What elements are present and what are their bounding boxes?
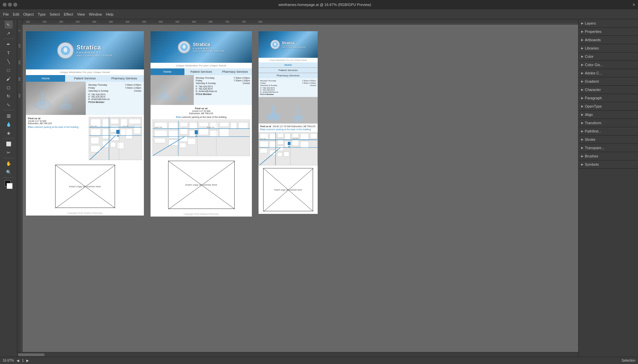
panel-color-guide: ▶ Color Gis... [579, 61, 638, 69]
card2-nav-pharmacy[interactable]: Pharmacy Services [218, 68, 252, 75]
direct-select-tool[interactable]: ↗ [5, 29, 13, 37]
effect-menu[interactable]: Effect [62, 12, 75, 17]
gradient-tool[interactable]: ▥ [5, 112, 13, 120]
bottom-mode: Selection [622, 359, 635, 362]
type-tool[interactable]: T [5, 49, 13, 57]
scrollbar-thumb-h[interactable] [18, 353, 45, 356]
svg-rect-27 [41, 92, 44, 105]
panel-brushes-header[interactable]: ▶ Brushes [579, 152, 638, 160]
panel-align-label: Align [585, 113, 593, 117]
paint-tool[interactable]: 🖌 [5, 75, 13, 83]
select-tool[interactable]: ↖ [5, 21, 13, 29]
svg-text:250: 250 [76, 21, 80, 23]
card1-sub: PHARMACY [76, 51, 112, 54]
panel-character-header[interactable]: ▶ Character [579, 86, 638, 94]
select-menu[interactable]: Select [48, 12, 61, 17]
svg-rect-118 [269, 150, 276, 155]
type-menu[interactable]: Type [36, 12, 48, 17]
card1-location-text: Find us at 10140 117 St NW Edmonton, AB … [28, 117, 87, 128]
zoom-tool[interactable]: 🔍 [5, 168, 13, 176]
card2-license-section: Insert copy of License here [151, 158, 252, 212]
chevron-stroke: ▶ [581, 138, 584, 141]
panel-adobe-c-header[interactable]: ▶ Adobe C... [579, 69, 638, 77]
panel-symbols-header[interactable]: ▶ Symbols [579, 160, 638, 168]
card1-tagline: Unique Medication For your Unique Needs [26, 69, 144, 75]
card3-nav-pharmacy[interactable]: Pharmacy Services [259, 73, 318, 78]
panel-transform-header[interactable]: ▶ Transform [579, 119, 638, 127]
svg-text:Jasper Ave: Jasper Ave [122, 125, 129, 127]
card3-location: Find us at 10140 117 St NW Edmonton, AB … [259, 124, 318, 132]
card1-nav-patient[interactable]: Patient Services [65, 75, 104, 82]
panel-opentype-header[interactable]: ▶ OpenType [579, 102, 638, 110]
view-menu[interactable]: View [75, 12, 87, 17]
line-tool[interactable]: ╲ [5, 57, 13, 65]
panel-layers-header[interactable]: ▶ Layers [579, 19, 638, 27]
card1-nav-home[interactable]: Home [26, 75, 65, 82]
chevron-adobe-c: ▶ [581, 71, 584, 75]
panel-properties-header[interactable]: ▶ Properties [579, 28, 638, 36]
tab-close-icon[interactable]: ✕ [632, 3, 635, 7]
minimize-btn[interactable] [8, 3, 12, 7]
panel-pathfind-header[interactable]: ▶ Pathfind... [579, 127, 638, 135]
chevron-brushes: ▶ [581, 154, 584, 158]
panel-transparency-header[interactable]: ▶ Transpare... [579, 144, 638, 152]
bottom-nav-next[interactable]: ▶ [26, 359, 29, 362]
svg-text:200: 200 [18, 60, 21, 64]
eyedropper-tool[interactable]: 💧 [5, 120, 13, 128]
svg-rect-64 [181, 88, 183, 98]
panel-artboards-header[interactable]: ▶ Artboards [579, 36, 638, 44]
card2-nav-patient[interactable]: Patient Services [184, 68, 218, 75]
card2-license-box: Insert copy of License here [168, 161, 235, 209]
maximize-btn[interactable] [13, 3, 17, 7]
card1-sat-val: Closed [134, 90, 141, 92]
hand-tool[interactable]: ✋ [5, 159, 13, 167]
background-color[interactable] [7, 183, 13, 189]
slice-tool[interactable]: ✂ [5, 148, 13, 156]
panel-color-header[interactable]: ▶ Color [579, 52, 638, 60]
bottom-zoom[interactable]: 16.67% [3, 359, 14, 362]
panel-layers-label: Layers [585, 21, 596, 25]
panel-align-header[interactable]: ▶ Align [579, 111, 638, 119]
svg-rect-37 [91, 137, 99, 144]
card2-pcca: PCCA Member [196, 93, 250, 95]
close-btn[interactable] [3, 3, 7, 7]
eraser-tool[interactable]: ◻ [5, 83, 13, 91]
help-menu[interactable]: Help [104, 12, 115, 17]
scrollbar-horizontal[interactable] [17, 352, 578, 357]
rect-tool[interactable]: □ [5, 66, 13, 74]
file-menu[interactable]: File [1, 12, 11, 17]
object-menu[interactable]: Object [22, 12, 36, 17]
svg-rect-47 [134, 126, 141, 134]
svg-rect-123 [310, 134, 317, 138]
window-menu[interactable]: Window [87, 12, 104, 17]
artboard-tool[interactable]: ⬜ [5, 140, 13, 148]
svg-text:300: 300 [18, 77, 21, 81]
card3-nav-home[interactable]: Home [259, 62, 318, 68]
rotate-tool[interactable]: ↻ [5, 92, 13, 100]
panel-brushes-label: Brushes [585, 154, 598, 158]
card3-map: Jasper Ave Jasper Ave [259, 132, 318, 165]
card2-copyright: Copyright 2018 Stratica Pharmacy [151, 212, 252, 217]
panel-symbols: ▶ Symbols [579, 160, 638, 169]
window-title: wireframes-homepage.ai @ 16.67% (RGB/GPU… [20, 3, 630, 7]
panel-paragraph-header[interactable]: ▶ Paragraph [579, 94, 638, 102]
panel-gradient-header[interactable]: ▶ Gradient [579, 77, 638, 85]
svg-rect-94 [195, 130, 198, 134]
panel-libraries-header[interactable]: ▶ Libraries [579, 44, 638, 52]
card1-nav-pharmacy[interactable]: Pharmacy Services [105, 75, 144, 82]
svg-rect-54 [116, 130, 120, 134]
blend-tool[interactable]: ◈ [5, 129, 13, 137]
svg-rect-84 [169, 140, 178, 145]
scale-tool[interactable]: ⤡ [5, 101, 13, 109]
edit-menu[interactable]: Edit [11, 12, 21, 17]
svg-point-63 [177, 95, 187, 102]
pen-tool[interactable]: ✒ [5, 40, 13, 48]
panel-stroke-header[interactable]: ▶ Stroke [579, 136, 638, 143]
card3-nav: Home Patient Services Pharmacy Services [259, 62, 318, 78]
card2-nav-home[interactable]: Home [151, 68, 184, 75]
card3-nav-patient[interactable]: Patient Services [259, 68, 318, 73]
panel-color-guide-header[interactable]: ▶ Color Gis... [579, 61, 638, 69]
bottom-nav-prev[interactable]: ◀ [17, 359, 19, 362]
svg-rect-67 [169, 122, 178, 129]
panel-paragraph-label: Paragraph [585, 96, 602, 100]
